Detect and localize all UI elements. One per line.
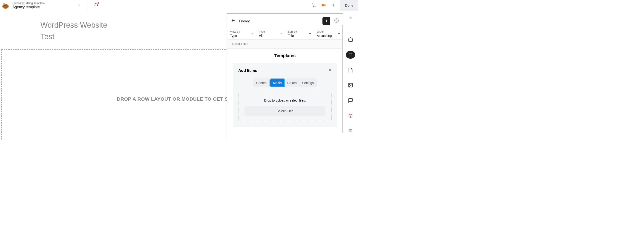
filter-row: View By Type Type All Sort By Title Orde… — [227, 28, 343, 40]
close-add-card-button[interactable] — [328, 69, 332, 73]
title-dropdown[interactable] — [78, 4, 81, 8]
filter-value: Type — [230, 34, 253, 38]
filter-label: Type — [259, 30, 282, 33]
done-button[interactable]: Done — [340, 0, 358, 11]
chevron-down-icon — [338, 32, 340, 36]
sidebar-chat-button[interactable] — [346, 97, 355, 104]
sidebar-media-button[interactable] — [346, 81, 355, 89]
add-tabs: Content Media Colors Settings — [253, 79, 317, 87]
drop-hint: DROP A ROW LAYOUT OR MODULE TO GET START — [117, 96, 241, 102]
back-button[interactable] — [231, 18, 236, 24]
upload-dropzone[interactable]: Drop to upload or select files. Select F… — [238, 93, 332, 121]
svg-point-31 — [349, 131, 350, 131]
svg-rect-23 — [349, 53, 352, 56]
svg-point-33 — [351, 131, 352, 131]
svg-point-32 — [350, 131, 351, 131]
sidebar-library-button[interactable] — [346, 51, 355, 59]
editing-label: Currently Editing Template — [12, 2, 45, 5]
filter-viewby[interactable]: View By Type — [227, 28, 256, 39]
filter-value: All — [259, 34, 282, 38]
panel-add-button[interactable] — [322, 17, 330, 25]
right-sidebar — [343, 11, 358, 140]
divider — [87, 0, 88, 11]
panel-settings-button[interactable] — [334, 18, 339, 24]
tab-content[interactable]: Content — [254, 79, 270, 87]
add-button[interactable] — [331, 3, 336, 9]
section-title: Templates — [227, 49, 343, 63]
svg-point-18 — [336, 20, 337, 21]
sidebar-apps-button[interactable] — [346, 127, 355, 135]
svg-point-12 — [313, 6, 314, 7]
chevron-down-icon — [309, 32, 312, 36]
svg-point-4 — [4, 5, 4, 6]
panel-header: Library — [227, 14, 343, 28]
sidebar-home-button[interactable] — [346, 36, 355, 43]
notification-dot-icon — [98, 2, 99, 4]
notifications-button[interactable] — [94, 3, 98, 8]
filter-label: Order — [317, 30, 340, 33]
select-files-button[interactable]: Select Files — [244, 106, 326, 116]
library-panel: Library View By Type Type All Sort By Ti… — [227, 13, 343, 140]
assistant-button[interactable] — [321, 3, 326, 9]
filter-label: View By — [230, 30, 253, 33]
header-left: Currently Editing Template Agency templa… — [0, 0, 98, 11]
filter-sortby[interactable]: Sort By Title — [285, 28, 314, 39]
svg-point-11 — [313, 5, 313, 5]
filter-order[interactable]: Order Ascending — [314, 28, 343, 39]
panel-title: Library — [239, 19, 319, 23]
outline-button[interactable] — [312, 3, 316, 8]
template-name: Agency template — [12, 5, 45, 9]
chevron-down-icon — [251, 32, 254, 36]
tab-media[interactable]: Media — [270, 79, 284, 87]
header-right: Done — [312, 0, 358, 11]
svg-point-5 — [6, 5, 7, 6]
sidebar-sync-button[interactable] — [346, 112, 355, 120]
filter-label: Sort By — [288, 30, 311, 33]
reset-filter-link[interactable]: Reset Filter — [232, 42, 248, 46]
svg-point-26 — [349, 84, 350, 85]
upload-hint: Drop to upload or select files. — [244, 99, 326, 102]
tab-colors[interactable]: Colors — [284, 79, 299, 87]
close-sidebar-button[interactable] — [348, 16, 353, 21]
svg-point-30 — [351, 129, 352, 130]
svg-point-29 — [350, 129, 351, 130]
svg-point-10 — [312, 4, 313, 4]
reset-row: Reset Filter — [227, 40, 343, 49]
add-items-card: Add Items Content Media Colors Settings … — [233, 63, 337, 127]
tab-settings[interactable]: Settings — [300, 79, 317, 87]
title-block: Currently Editing Template Agency templa… — [12, 2, 45, 10]
top-header: Currently Editing Template Agency templa… — [0, 0, 358, 11]
sidebar-page-button[interactable] — [346, 66, 355, 74]
svg-point-27 — [349, 114, 352, 117]
svg-rect-24 — [350, 53, 351, 54]
app-logo[interactable] — [2, 2, 10, 10]
filter-value: Ascending — [317, 34, 340, 38]
chevron-down-icon — [280, 32, 283, 36]
filter-value: Title — [288, 34, 311, 38]
add-card-header: Add Items — [238, 68, 332, 73]
svg-point-28 — [349, 129, 350, 130]
filter-type[interactable]: Type All — [256, 28, 285, 39]
add-card-title: Add Items — [238, 68, 257, 73]
